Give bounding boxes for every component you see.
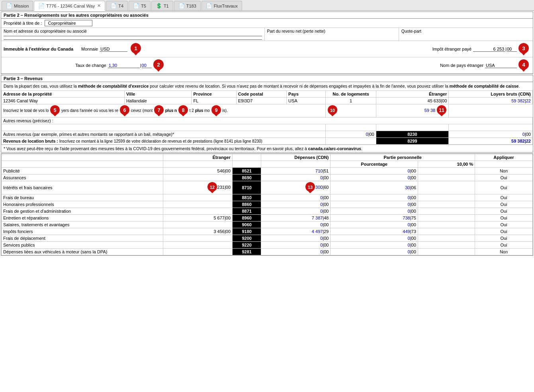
dep-perso-7[interactable]: 0|00 (331, 221, 418, 228)
dep-code-10: 9220 (233, 241, 261, 248)
tab-t5[interactable]: 📄 T5 (129, 1, 151, 10)
dep-cdn-5[interactable]: 0|00 (261, 208, 331, 214)
svg-marker-32 (439, 114, 444, 116)
dep-col-perso-header: Partie personnelle (331, 154, 475, 161)
autres-revenus2-val[interactable]: 0|00 (326, 131, 376, 137)
dep-etranger-2[interactable]: 12 231|00 (163, 181, 233, 194)
taux-value[interactable]: 1,30 (108, 63, 140, 68)
dep-label-4: Honoraires professionnels (2, 201, 163, 208)
dep-appliquer-5[interactable]: Oui (475, 208, 532, 214)
dep-appliquer-3[interactable]: Oui (475, 194, 532, 201)
dep-perso-11[interactable]: 0|00 (331, 248, 418, 255)
dep-perso-1[interactable]: 0|00 (331, 174, 418, 181)
dep-cdn-1[interactable]: 0|00 (261, 174, 331, 181)
dep-etranger-6[interactable]: 5 677|00 (163, 214, 233, 221)
dep-perso-6[interactable]: 738|75 (331, 214, 418, 221)
dep-cdn-7[interactable]: 0|00 (261, 221, 331, 228)
svg-text:12: 12 (209, 185, 214, 190)
dep-etranger-7[interactable] (163, 221, 233, 228)
quote-part-cell: Quote-part (399, 28, 533, 41)
immeuble-row: Immeuble à l'extérieur du Canada Monnaie… (1, 41, 533, 57)
revenus-bruts-val[interactable]: 59 382|22 (449, 137, 533, 144)
svg-marker-35 (210, 191, 215, 193)
autres-revenus2-cdn[interactable]: 0|00 (449, 131, 533, 137)
tab-t183[interactable]: 📄 T183 (174, 1, 201, 10)
dep-perso-8[interactable]: 449|73 (331, 228, 418, 235)
dep-appliquer-6[interactable]: Oui (475, 214, 532, 221)
dep-cdn-2[interactable]: 13 300|60 (261, 181, 331, 194)
col-loyers: Loyers bruts (CDN) (449, 90, 533, 97)
tab-icon-mission: 📄 (6, 3, 12, 9)
dep-perso-blank-1 (418, 174, 475, 181)
dep-label-9: Frais de déplacement (2, 235, 163, 241)
dep-perso-9[interactable]: 0|00 (331, 235, 418, 241)
dep-etranger-3[interactable] (163, 194, 233, 201)
tab-fluxtravaux[interactable]: 📄 FluxTravaux (201, 1, 242, 10)
dep-perso-4[interactable]: 0|00 (331, 201, 418, 208)
dep-appliquer-0[interactable]: Non (475, 167, 532, 174)
property-row-1[interactable]: 12346 Canal Way Hallandale FL E9I3D7 USA… (2, 97, 533, 104)
dep-perso-3[interactable]: 0|00 (331, 194, 418, 201)
prop-logements: 1 (326, 97, 376, 104)
dep-col-pourcentage-val: 10,00 % (418, 161, 475, 167)
dep-appliquer-7[interactable]: Oui (475, 221, 532, 228)
dep-cdn-10[interactable]: 0|00 (261, 241, 331, 248)
dep-appliquer-8[interactable]: Oui (475, 228, 532, 235)
svg-text:8: 8 (182, 108, 185, 113)
annotation-1: 1 (130, 43, 142, 55)
autres-revenus-label-row: Autres revenus (précisez) : (2, 117, 533, 124)
dep-cdn-3[interactable]: 0|00 (261, 194, 331, 201)
dep-label-1: Assurances (2, 174, 163, 181)
dep-cdn-0[interactable]: 710|51 (261, 167, 331, 174)
dep-appliquer-10[interactable]: Oui (475, 241, 532, 248)
dep-cdn-6[interactable]: 7 387|48 (261, 214, 331, 221)
dep-perso-blank-10 (418, 241, 475, 248)
inscrivez-etranger: 10 (326, 104, 376, 117)
tab-icon-t776: 📄 (38, 3, 45, 9)
dep-etranger-0[interactable]: 546|00 (163, 167, 233, 174)
dep-perso-5[interactable]: 0|00 (331, 208, 418, 214)
dep-appliquer-11[interactable]: Non (475, 248, 532, 255)
revenus-bruts-label: Revenus de location bruts : Inscrivez ce… (2, 137, 326, 144)
impot-value[interactable]: 6 253 (473, 47, 505, 52)
depenses-row: Frais de gestion et d'administration 887… (2, 208, 533, 214)
dep-etranger-9[interactable] (163, 235, 233, 241)
dep-etranger-1[interactable] (163, 174, 233, 181)
svg-text:7: 7 (158, 108, 160, 113)
dep-cdn-8[interactable]: 4 497|29 (261, 228, 331, 235)
impot-cents[interactable]: 00 (507, 47, 517, 52)
dep-perso-10[interactable]: 0|00 (331, 241, 418, 248)
tab-icon-t1: 💲 (156, 3, 162, 9)
dep-perso-0[interactable]: 0|00 (331, 167, 418, 174)
dep-appliquer-4[interactable]: Oui (475, 201, 532, 208)
dep-label-10: Services publics (2, 241, 163, 248)
tab-t776[interactable]: 📄 T776 - 12346 Canal Way ✕ (34, 1, 105, 11)
prop-pays: USA (287, 97, 326, 104)
dep-appliquer-2[interactable]: Oui (475, 181, 532, 194)
dep-perso-2[interactable]: 30|06 (331, 181, 418, 194)
monnaie-value[interactable]: USD (100, 47, 127, 52)
pays-value[interactable]: USA (485, 63, 517, 68)
dep-label-7: Salaires, traitements et avantages (2, 221, 163, 228)
dep-etranger-8[interactable]: 3 456|00 (163, 228, 233, 235)
dep-etranger-11[interactable] (163, 248, 233, 255)
dep-code-3: 8810 (233, 194, 261, 201)
tab-t4[interactable]: 📄 T4 (106, 1, 128, 10)
dep-etranger-4[interactable] (163, 201, 233, 208)
tab-close-t776[interactable]: ✕ (97, 3, 101, 8)
prop-loyers[interactable]: 59 382|22 (449, 97, 533, 104)
taux-cents[interactable]: 00 (142, 63, 152, 68)
dep-cdn-11[interactable]: 0|00 (261, 248, 331, 255)
dep-cdn-9[interactable]: 0|00 (261, 235, 331, 241)
tab-t1[interactable]: 💲 T1 (151, 1, 173, 10)
autres-revenus-example-row: Autres revenus (par exemple, primes et a… (2, 131, 533, 137)
svg-text:10: 10 (330, 108, 335, 113)
dep-etranger-10[interactable] (163, 241, 233, 248)
dep-etranger-5[interactable] (163, 208, 233, 214)
propriete-value[interactable]: Copropriétaire (45, 20, 92, 26)
tab-mission[interactable]: 📄 Mission (2, 1, 33, 10)
dep-appliquer-9[interactable]: Oui (475, 235, 532, 241)
dep-cdn-4[interactable]: 0|00 (261, 201, 331, 208)
dep-appliquer-1[interactable]: Oui (475, 174, 532, 181)
prop-etranger[interactable]: 45 633|00 (376, 97, 449, 104)
